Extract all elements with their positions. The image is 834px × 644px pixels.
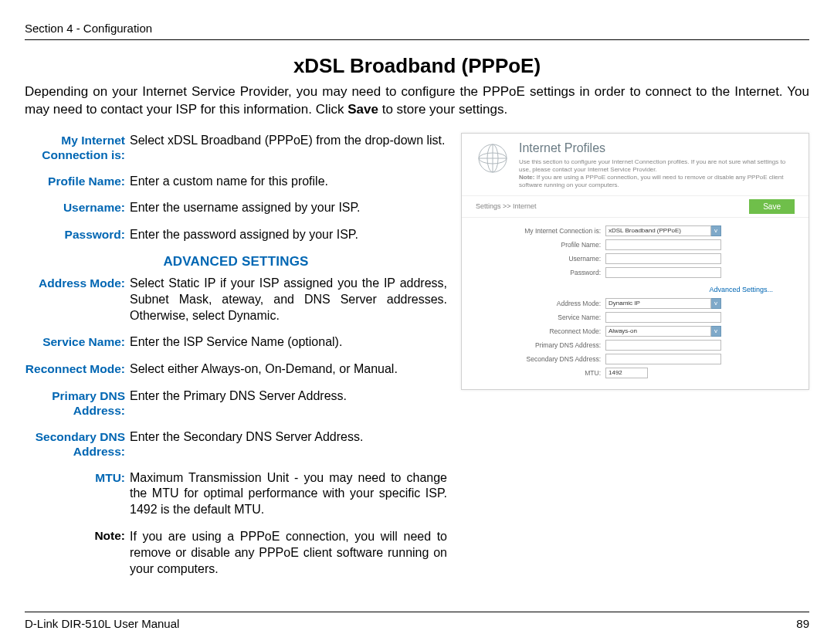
mtu-input[interactable]: 1492 — [605, 368, 648, 378]
value-username: Enter the username assigned by your ISP. — [130, 200, 447, 216]
label-service-name: Service Name: — [25, 334, 130, 351]
header-rule — [25, 39, 809, 40]
screenshot-note: Note: If you are using a PPPoE connectio… — [519, 174, 798, 189]
shot-label-primary-dns: Primary DNS Address: — [476, 341, 605, 349]
screenshot-desc: Use this section to configure your Inter… — [519, 158, 798, 174]
advanced-settings-heading: ADVANCED SETTINGS — [25, 254, 447, 269]
value-primary-dns: Enter the Primary DNS Server Address. — [130, 388, 447, 419]
intro-text-b: to store your settings. — [378, 102, 507, 117]
value-profile-name: Enter a custom name for this profile. — [130, 174, 447, 190]
value-service-name: Enter the ISP Service Name (optional). — [130, 334, 447, 351]
chevron-down-icon[interactable]: v — [711, 298, 721, 309]
footer-page-number: 89 — [796, 617, 809, 630]
intro-bold-save: Save — [348, 102, 378, 117]
label-profile-name: Profile Name: — [25, 174, 130, 190]
profile-name-input[interactable] — [605, 239, 721, 250]
breadcrumb[interactable]: Settings >> Internet — [476, 202, 537, 210]
primary-dns-input[interactable] — [605, 340, 721, 351]
shot-label-connection: My Internet Connection is: — [476, 227, 605, 235]
shot-label-service-name: Service Name: — [476, 314, 605, 321]
shot-label-secondary-dns: Secondary DNS Address: — [476, 355, 605, 363]
shot-label-password: Password: — [476, 269, 605, 276]
reconnect-mode-select[interactable]: Always-on — [605, 326, 711, 337]
username-input[interactable] — [605, 253, 721, 264]
value-mtu: Maximum Transmission Unit - you may need… — [130, 470, 447, 518]
note-value: If you are using a PPPoE connection, you… — [130, 529, 447, 577]
label-secondary-dns: Secondary DNS Address: — [25, 429, 130, 459]
screenshot-title: Internet Profiles — [519, 141, 798, 155]
label-password: Password: — [25, 227, 130, 243]
footer: D-Link DIR-510L User Manual 89 — [25, 612, 809, 630]
shot-label-address-mode: Address Mode: — [476, 300, 605, 307]
value-reconnect-mode: Select either Always-on, On-Demand, or M… — [130, 361, 447, 378]
value-password: Enter the password assigned by your ISP. — [130, 227, 447, 243]
intro-paragraph: Depending on your Internet Service Provi… — [25, 83, 809, 119]
value-address-mode: Select Static IP if your ISP assigned yo… — [130, 276, 447, 324]
save-button[interactable]: Save — [749, 199, 795, 214]
router-screenshot: Internet Profiles Use this section to co… — [461, 133, 809, 390]
password-input[interactable] — [605, 267, 721, 278]
shot-label-mtu: MTU: — [476, 369, 605, 377]
footer-rule — [25, 612, 809, 612]
label-primary-dns: Primary DNS Address: — [25, 388, 130, 419]
definition-list: My Internet Connection is: Select xDSL B… — [25, 133, 447, 577]
header-section: Section 4 - Configuration — [25, 22, 809, 35]
service-name-input[interactable] — [605, 312, 721, 323]
chevron-down-icon[interactable]: v — [711, 225, 721, 236]
label-reconnect-mode: Reconnect Mode: — [25, 361, 130, 378]
shot-label-reconnect-mode: Reconnect Mode: — [476, 327, 605, 335]
value-secondary-dns: Enter the Secondary DNS Server Address. — [130, 429, 447, 459]
connection-select[interactable]: xDSL Broadband (PPPoE) — [605, 225, 711, 236]
footer-manual-name: D-Link DIR-510L User Manual — [25, 617, 179, 630]
globe-icon — [476, 141, 510, 175]
advanced-settings-link[interactable]: Advanced Settings... — [476, 281, 795, 298]
value-my-internet-connection: Select xDSL Broadband (PPPoE) from the d… — [130, 133, 447, 163]
chevron-down-icon[interactable]: v — [711, 326, 721, 337]
label-my-internet-connection: My Internet Connection is: — [25, 133, 130, 163]
label-username: Username: — [25, 200, 130, 216]
screenshot-note-text: If you are using a PPPoE connection, you… — [519, 174, 783, 188]
shot-label-username: Username: — [476, 255, 605, 263]
shot-label-profile: Profile Name: — [476, 241, 605, 249]
address-mode-select[interactable]: Dynamic IP — [605, 298, 711, 309]
note-label: Note: — [25, 529, 130, 577]
page-title: xDSL Broadband (PPPoE) — [25, 54, 809, 78]
label-mtu: MTU: — [25, 470, 130, 518]
label-address-mode: Address Mode: — [25, 276, 130, 324]
screenshot-note-bold: Note: — [519, 174, 534, 181]
secondary-dns-input[interactable] — [605, 354, 721, 364]
